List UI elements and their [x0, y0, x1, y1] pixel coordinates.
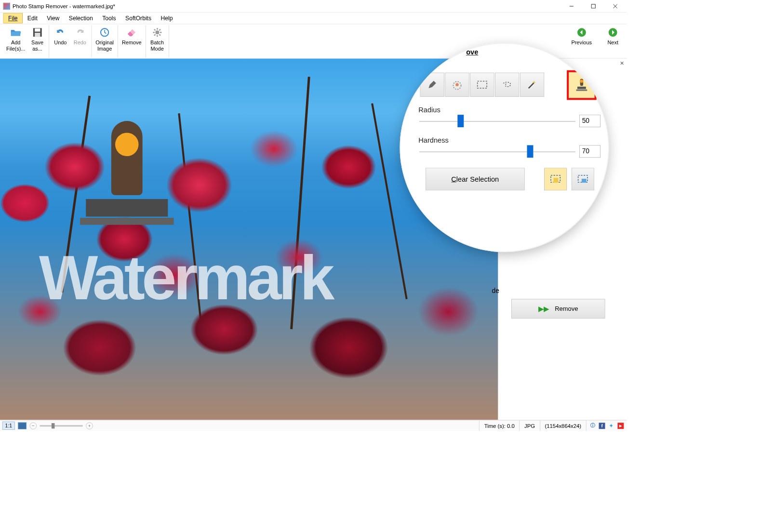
hardness-label: Hardness — [418, 137, 448, 145]
save-selection-icon — [549, 174, 561, 184]
menu-tools[interactable]: Tools — [98, 13, 121, 23]
svg-point-20 — [455, 83, 458, 86]
zoom-ratio-button[interactable]: 1:1 — [2, 422, 15, 430]
panel-close-button[interactable]: ✕ — [620, 60, 625, 66]
close-button[interactable] — [604, 0, 626, 13]
svg-point-8 — [155, 30, 159, 34]
eraser-icon — [126, 27, 137, 38]
clear-selection-button[interactable]: Clear Selection — [426, 168, 525, 190]
add-files-button[interactable]: Add File(s)... — [4, 25, 27, 57]
status-bar: 1:1 − + Time (s): 0.0 JPG (1154x864x24) … — [0, 420, 627, 431]
redo-button[interactable]: Redo — [70, 25, 90, 57]
gear-icon — [151, 27, 163, 38]
hardness-slider-thumb[interactable] — [527, 145, 534, 158]
menu-softorbits[interactable]: SoftOrbits — [120, 13, 156, 23]
redo-icon — [74, 27, 86, 38]
title-bar: Photo Stamp Remover - watermarked.jpg* — [0, 0, 627, 13]
watermark-stamp-graphic — [78, 121, 176, 238]
facebook-icon[interactable]: f — [599, 423, 605, 429]
batch-mode-button[interactable]: Batch Mode — [147, 25, 167, 57]
zoom-slider[interactable] — [40, 425, 83, 426]
lasso-tool-button[interactable] — [495, 73, 519, 97]
status-dimensions: (1154x864x24) — [540, 420, 586, 431]
svg-rect-25 — [576, 89, 587, 91]
svg-rect-5 — [35, 28, 40, 31]
color-circle-icon — [451, 79, 463, 90]
zoom-in-button[interactable]: + — [86, 422, 93, 429]
watermark-text: Watermark — [39, 242, 332, 314]
load-selection-button[interactable] — [572, 168, 594, 190]
svg-line-15 — [159, 29, 160, 30]
app-icon — [3, 2, 10, 10]
zoom-out-button[interactable]: − — [30, 422, 37, 429]
mode-label-partial: de — [492, 287, 499, 294]
menu-edit[interactable]: Edit — [23, 13, 42, 23]
undo-icon — [54, 27, 66, 38]
original-image-button[interactable]: Original Image — [93, 25, 116, 57]
magnifier-overlay: ove Radius 50 Hardness 70 Clear Selectio… — [400, 43, 609, 252]
info-icon[interactable]: ⓘ — [589, 423, 596, 429]
history-icon — [99, 27, 110, 38]
magic-wand-tool-button[interactable] — [520, 73, 544, 97]
svg-line-13 — [154, 29, 155, 30]
menu-selection[interactable]: Selection — [64, 13, 97, 23]
load-selection-icon — [577, 174, 588, 184]
menu-view[interactable]: View — [42, 13, 65, 23]
menu-help[interactable]: Help — [156, 13, 177, 23]
arrow-right-icon — [607, 27, 619, 38]
previous-button[interactable]: Previous — [569, 25, 594, 57]
minimize-button[interactable] — [560, 0, 582, 13]
rect-select-tool-button[interactable] — [470, 73, 494, 97]
pencil-icon — [427, 79, 438, 90]
window-title: Photo Stamp Remover - watermarked.jpg* — [13, 3, 560, 9]
maximize-button[interactable] — [583, 0, 604, 13]
save-selection-button[interactable] — [544, 168, 567, 190]
undo-button[interactable]: Undo — [51, 25, 70, 57]
hardness-slider[interactable] — [419, 151, 575, 152]
play-icon: ▶▶ — [538, 305, 549, 313]
rect-select-icon — [476, 80, 488, 89]
svg-rect-21 — [478, 81, 487, 88]
svg-point-23 — [580, 80, 583, 82]
selection-tools-row — [420, 73, 545, 97]
menu-bar: File Edit View Selection Tools SoftOrbit… — [0, 13, 627, 24]
lasso-icon — [501, 80, 513, 90]
radius-label: Radius — [418, 106, 440, 114]
fit-to-screen-button[interactable] — [18, 422, 27, 429]
folder-open-icon — [10, 27, 22, 38]
radius-slider-thumb[interactable] — [457, 115, 464, 127]
save-icon — [31, 27, 43, 38]
arrow-left-icon — [576, 27, 587, 38]
menu-file[interactable]: File — [3, 13, 23, 24]
svg-rect-29 — [582, 179, 587, 183]
next-button[interactable]: Next — [602, 25, 624, 57]
remove-button[interactable]: Remove — [120, 25, 144, 57]
color-select-tool-button[interactable] — [445, 73, 469, 97]
hardness-value[interactable]: 70 — [579, 145, 601, 158]
radius-value[interactable]: 50 — [579, 115, 601, 127]
svg-rect-27 — [554, 178, 559, 183]
twitter-icon[interactable]: ✦ — [608, 423, 614, 429]
panel-title-partial: ove — [466, 48, 478, 56]
svg-line-16 — [154, 34, 155, 35]
svg-line-14 — [159, 34, 160, 35]
remove-action-button[interactable]: ▶▶ Remove — [511, 299, 605, 319]
svg-rect-6 — [35, 33, 40, 37]
svg-rect-24 — [577, 87, 586, 89]
save-as-button[interactable]: Save as... — [27, 25, 47, 57]
radius-slider[interactable] — [419, 121, 575, 122]
magic-wand-icon — [527, 80, 537, 90]
status-time: Time (s): 0.0 — [479, 420, 519, 431]
status-format: JPG — [520, 420, 540, 431]
youtube-icon[interactable]: ▶ — [617, 423, 624, 429]
svg-rect-1 — [591, 4, 595, 8]
